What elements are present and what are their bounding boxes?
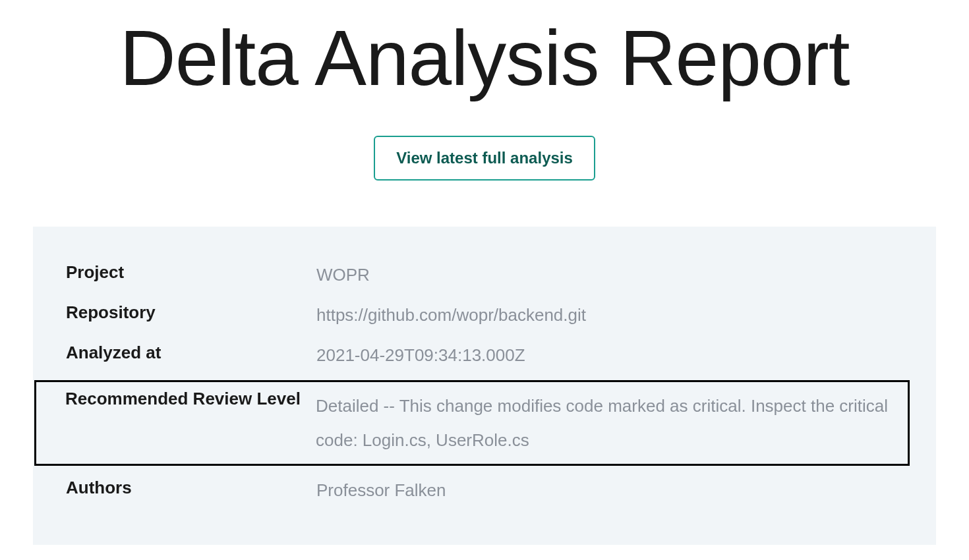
detail-value: Detailed -- This change modifies code ma… [316, 389, 901, 457]
button-wrapper: View latest full analysis [26, 136, 943, 181]
detail-row-repository: Repository https://github.com/wopr/backe… [66, 300, 903, 331]
detail-label: Repository [66, 302, 316, 323]
detail-row-project: Project WOPR [66, 260, 903, 291]
report-details-panel: Project WOPR Repository https://github.c… [33, 227, 936, 545]
detail-row-authors: Authors Professor Falken [66, 475, 903, 506]
detail-value: 2021-04-29T09:34:13.000Z [316, 343, 525, 368]
detail-value: Professor Falken [316, 478, 446, 503]
detail-value: https://github.com/wopr/backend.git [316, 302, 586, 328]
detail-row-analyzed-at: Analyzed at 2021-04-29T09:34:13.000Z [66, 340, 903, 371]
detail-label: Project [66, 262, 316, 283]
detail-label: Recommended Review Level [65, 389, 316, 409]
page-title: Delta Analysis Report [26, 13, 943, 103]
detail-value: WOPR [316, 262, 370, 288]
detail-label: Authors [66, 478, 316, 498]
view-latest-analysis-button[interactable]: View latest full analysis [374, 136, 595, 181]
detail-row-review-level-highlighted: Recommended Review Level Detailed -- Thi… [34, 380, 910, 466]
detail-label: Analyzed at [66, 343, 316, 363]
